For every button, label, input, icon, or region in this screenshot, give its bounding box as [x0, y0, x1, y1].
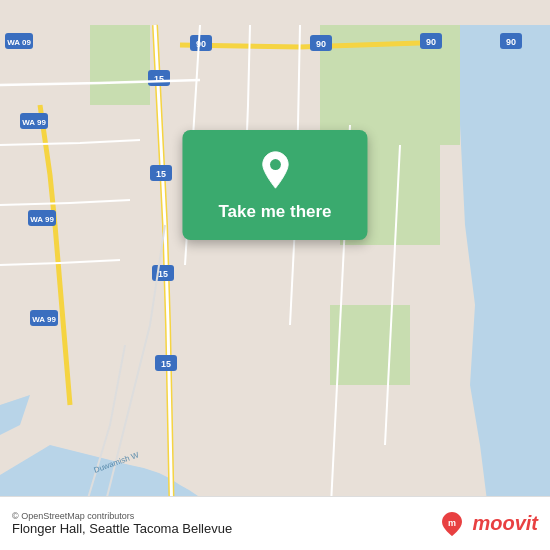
svg-text:15: 15: [156, 169, 166, 179]
svg-text:15: 15: [158, 269, 168, 279]
location-pin-icon: [253, 148, 297, 192]
svg-text:90: 90: [316, 39, 326, 49]
bottom-left-info: © OpenStreetMap contributors Flonger Hal…: [12, 511, 232, 536]
svg-text:WA 09: WA 09: [7, 38, 31, 47]
map-background: 15 15 15 15 90 90 90 90 WA 99 WA 99 WA 9…: [0, 0, 550, 550]
svg-text:90: 90: [196, 39, 206, 49]
svg-text:WA 99: WA 99: [32, 315, 56, 324]
copyright-text: © OpenStreetMap contributors: [12, 511, 232, 521]
svg-text:90: 90: [426, 37, 436, 47]
moovit-brand-icon: m: [438, 510, 466, 538]
cta-button-label: Take me there: [218, 202, 331, 222]
svg-rect-3: [330, 305, 410, 385]
svg-text:WA 99: WA 99: [30, 215, 54, 224]
take-me-there-button[interactable]: Take me there: [182, 130, 367, 240]
location-name: Flonger Hall, Seattle Tacoma Bellevue: [12, 521, 232, 536]
svg-point-30: [270, 159, 281, 170]
svg-text:15: 15: [161, 359, 171, 369]
svg-text:m: m: [448, 518, 456, 528]
moovit-logo: m moovit: [438, 510, 538, 538]
svg-text:WA 99: WA 99: [22, 118, 46, 127]
cta-card: Take me there: [182, 130, 367, 240]
moovit-brand-label: moovit: [472, 512, 538, 535]
bottom-bar: © OpenStreetMap contributors Flonger Hal…: [0, 496, 550, 550]
map-container: 15 15 15 15 90 90 90 90 WA 99 WA 99 WA 9…: [0, 0, 550, 550]
svg-rect-4: [90, 25, 150, 105]
svg-text:90: 90: [506, 37, 516, 47]
